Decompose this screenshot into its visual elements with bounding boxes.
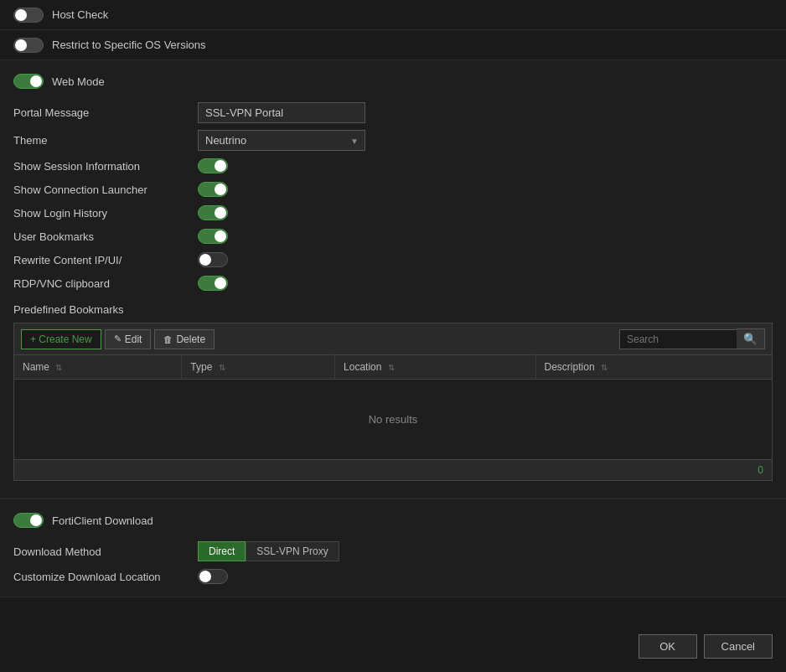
no-results-text: No results	[14, 380, 773, 460]
download-method-buttons: Direct SSL-VPN Proxy	[198, 541, 339, 561]
customize-knob	[199, 571, 211, 582]
predefined-bookmarks-section: Predefined Bookmarks + Create New ✎ Edit…	[0, 295, 786, 489]
rdp-knob	[215, 277, 226, 289]
table-footer: 0	[13, 460, 773, 481]
user-bookmarks-label: User Bookmarks	[13, 230, 198, 243]
show-session-knob	[215, 160, 226, 172]
customize-location-row: Customize Download Location	[0, 565, 786, 588]
show-login-label: Show Login History	[13, 207, 198, 220]
host-check-row: Host Check	[0, 0, 786, 30]
show-login-knob	[215, 207, 226, 219]
show-launcher-row: Show Connection Launcher	[0, 178, 786, 201]
rewrite-label: Rewrite Content IP/UI/	[13, 254, 198, 266]
restrict-os-toggle[interactable]	[13, 38, 44, 53]
web-mode-section: Web Mode Portal Message Theme Neutrino B…	[0, 60, 786, 499]
show-login-row: Show Login History	[0, 201, 786, 225]
create-new-button[interactable]: + Create New	[21, 329, 101, 349]
col-name[interactable]: Name ⇅	[14, 355, 182, 380]
user-bookmarks-toggle[interactable]	[198, 229, 228, 244]
show-launcher-toggle[interactable]	[198, 182, 228, 197]
forti-toggle[interactable]	[13, 513, 44, 528]
direct-button[interactable]: Direct	[198, 541, 246, 561]
delete-button[interactable]: 🗑 Delete	[154, 329, 215, 349]
customize-toggle[interactable]	[198, 569, 228, 584]
rewrite-toggle[interactable]	[198, 252, 228, 267]
rdp-row: RDP/VNC clipboard	[0, 271, 786, 295]
search-input[interactable]	[619, 329, 737, 349]
search-box: 🔍	[619, 328, 765, 349]
restrict-os-knob	[15, 39, 27, 51]
show-launcher-knob	[215, 184, 226, 195]
ssl-vpn-proxy-button[interactable]: SSL-VPN Proxy	[246, 541, 339, 561]
portal-message-row: Portal Message	[0, 99, 786, 127]
web-mode-toggle[interactable]	[13, 74, 44, 89]
ok-button[interactable]: OK	[639, 634, 697, 659]
delete-label: Delete	[176, 333, 205, 345]
forti-header: FortiClient Download	[0, 508, 786, 533]
col-description-sort-icon: ⇅	[601, 363, 608, 372]
web-mode-header: Web Mode	[0, 69, 786, 94]
table-toolbar: + Create New ✎ Edit 🗑 Delete 🔍	[13, 323, 773, 354]
edit-label: Edit	[125, 333, 142, 345]
col-type-label: Type	[190, 361, 212, 373]
col-type-sort-icon: ⇅	[219, 363, 225, 372]
portal-message-label: Portal Message	[13, 106, 198, 119]
show-launcher-label: Show Connection Launcher	[13, 184, 198, 196]
rewrite-row: Rewrite Content IP/UI/	[0, 248, 786, 271]
user-bookmarks-knob	[215, 230, 226, 242]
cancel-button[interactable]: Cancel	[704, 634, 773, 659]
host-check-knob	[15, 9, 27, 21]
col-name-label: Name	[23, 361, 49, 373]
user-bookmarks-row: User Bookmarks	[0, 225, 786, 248]
col-type[interactable]: Type ⇅	[182, 355, 335, 380]
bookmarks-title: Predefined Bookmarks	[13, 303, 773, 316]
forti-client-section: FortiClient Download Download Method Dir…	[0, 499, 786, 597]
rdp-label: RDP/VNC clipboard	[13, 277, 198, 290]
col-description-label: Description	[545, 361, 595, 373]
table-count: 0	[758, 464, 763, 476]
show-login-toggle[interactable]	[198, 205, 228, 220]
delete-icon: 🗑	[163, 334, 173, 344]
show-session-toggle[interactable]	[198, 158, 228, 173]
theme-select-wrapper: Neutrino Blue Green Dark ▼	[198, 130, 365, 151]
edit-icon: ✎	[114, 333, 122, 344]
show-session-label: Show Session Information	[13, 160, 198, 173]
rewrite-knob	[199, 254, 211, 266]
forti-knob	[30, 514, 42, 526]
web-mode-label: Web Mode	[52, 75, 105, 88]
host-check-label: Host Check	[52, 8, 108, 21]
customize-location-label: Customize Download Location	[13, 571, 198, 583]
edit-button[interactable]: ✎ Edit	[105, 329, 152, 349]
table-empty-row: No results	[14, 380, 773, 460]
col-location[interactable]: Location ⇅	[335, 355, 535, 380]
portal-message-input[interactable]	[198, 102, 365, 123]
host-check-toggle[interactable]	[13, 8, 44, 23]
forti-label: FortiClient Download	[52, 514, 153, 527]
show-session-row: Show Session Information	[0, 154, 786, 178]
theme-row: Theme Neutrino Blue Green Dark ▼	[0, 127, 786, 154]
col-name-sort-icon: ⇅	[55, 363, 62, 372]
web-mode-knob	[30, 75, 42, 87]
search-button[interactable]: 🔍	[737, 328, 765, 349]
restrict-os-row: Restrict to Specific OS Versions	[0, 30, 786, 60]
restrict-os-label: Restrict to Specific OS Versions	[52, 39, 206, 51]
footer-actions: OK Cancel	[639, 634, 773, 659]
col-description[interactable]: Description ⇅	[535, 355, 772, 380]
col-location-sort-icon: ⇅	[388, 363, 395, 372]
search-icon: 🔍	[743, 333, 758, 345]
col-location-label: Location	[344, 361, 381, 373]
theme-label: Theme	[13, 134, 198, 147]
download-method-label: Download Method	[13, 545, 198, 558]
rdp-toggle[interactable]	[198, 276, 228, 291]
download-method-row: Download Method Direct SSL-VPN Proxy	[0, 538, 786, 565]
theme-select[interactable]: Neutrino Blue Green Dark	[198, 130, 365, 151]
bookmarks-table: Name ⇅ Type ⇅ Location ⇅ Description	[13, 354, 773, 460]
